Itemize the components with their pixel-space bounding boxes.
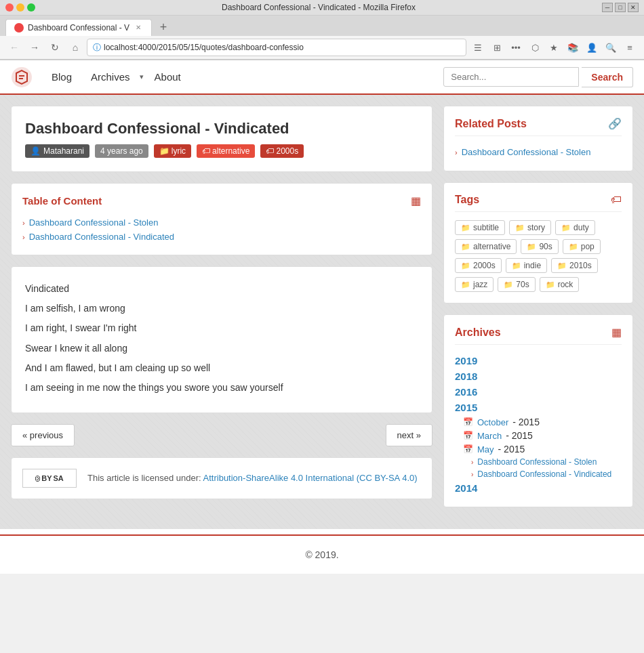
tag-indie[interactable]: 📁indie xyxy=(506,258,547,273)
search-icon[interactable]: 🔍 xyxy=(602,39,620,56)
home-button[interactable]: ⌂ xyxy=(66,39,84,56)
related-item-1: › Dashboard Confessional - Stolen xyxy=(455,144,622,160)
tags-header: Tags 🏷 xyxy=(455,194,622,212)
back-button[interactable]: ← xyxy=(5,39,23,56)
tag-story[interactable]: 📁story xyxy=(509,220,551,235)
related-link-stolen[interactable]: Dashboard Confessional - Stolen xyxy=(462,147,591,157)
archive-year-2019[interactable]: 2019 xyxy=(455,353,622,368)
archive-link-march[interactable]: March xyxy=(477,431,502,441)
post-meta: 👤 Mataharani 4 years ago 📁 lyric 🏷 alter… xyxy=(25,144,418,158)
archive-widget-icon: ▦ xyxy=(611,326,622,339)
maximize-button[interactable] xyxy=(27,3,35,12)
sidebar-icon[interactable]: ⊞ xyxy=(488,39,506,56)
archive-may-suffix: - 2015 xyxy=(498,444,525,455)
minimize-button[interactable] xyxy=(16,3,24,12)
prev-button[interactable]: « previous xyxy=(11,424,75,446)
win-close[interactable]: ✕ xyxy=(628,3,639,12)
nav-search: Search xyxy=(443,67,633,87)
close-button[interactable] xyxy=(5,3,14,12)
tag-2010s[interactable]: 📁2010s xyxy=(551,258,598,273)
archive-link-vindicated[interactable]: Dashboard Confessional - Vindicated xyxy=(477,469,611,479)
archives-chevron-icon: ▾ xyxy=(140,72,144,81)
address-bar-row: ← → ↻ ⌂ ⓘ localhost:4000/2015/05/15/quot… xyxy=(0,36,644,60)
win-minimize[interactable]: ─ xyxy=(602,3,613,12)
tag-2000s[interactable]: 🏷 2000s xyxy=(260,144,304,158)
tab-label: Dashboard Confessional - V xyxy=(28,23,129,33)
toc-link-vindicated[interactable]: Dashboard Confessional - Vindicated xyxy=(29,232,174,242)
lyric-line-2: I am selfish, I am wrong xyxy=(25,300,418,317)
toc-chevron-1: › xyxy=(22,219,25,227)
info-icon: ⓘ xyxy=(93,42,101,54)
link-icon: 🔗 xyxy=(608,117,622,130)
tag-alternative[interactable]: 🏷 alternative xyxy=(197,144,255,158)
archive-year-2018[interactable]: 2018 xyxy=(455,368,622,384)
toc-item-1: › Dashboard Confessional - Stolen xyxy=(22,215,421,230)
search-input[interactable] xyxy=(443,67,579,87)
address-bar[interactable]: ⓘ localhost:4000/2015/05/15/quotes/dashb… xyxy=(87,39,466,56)
folder-icon-jazz: 📁 xyxy=(461,280,470,289)
new-tab-button[interactable]: + xyxy=(155,18,172,36)
search-button[interactable]: Search xyxy=(582,67,633,87)
lyric-line-1: Vindicated xyxy=(25,280,418,297)
archive-year-2014[interactable]: 2014 xyxy=(455,480,622,496)
next-button[interactable]: next » xyxy=(386,424,432,446)
cal-icon-may: 📅 xyxy=(463,444,473,454)
site-logo[interactable] xyxy=(11,66,33,88)
tags-title: Tags xyxy=(455,194,479,206)
tag-rock[interactable]: 📁rock xyxy=(540,277,580,292)
site-footer: © 2019. xyxy=(0,534,644,574)
tag-70s[interactable]: 📁70s xyxy=(498,277,535,292)
archive-link-may[interactable]: May xyxy=(477,444,494,455)
folder-icon-70s: 📁 xyxy=(504,280,513,289)
folder-icon: 📁 xyxy=(159,146,169,156)
bookmark-icon[interactable]: ★ xyxy=(545,39,563,56)
nav-about[interactable]: About xyxy=(146,66,189,88)
related-chevron-1: › xyxy=(455,148,458,156)
footer-text: © 2019. xyxy=(305,549,338,560)
toc-item-2: › Dashboard Confessional - Vindicated xyxy=(22,230,421,244)
tag-alternative-sidebar[interactable]: 📁alternative xyxy=(455,239,517,254)
reader-view-icon[interactable]: ☰ xyxy=(469,39,487,56)
license-link[interactable]: Attribution-ShareAlike 4.0 International… xyxy=(203,473,418,483)
tag-lyric[interactable]: 📁 lyric xyxy=(154,144,191,158)
nav-blog[interactable]: Blog xyxy=(43,66,80,88)
archive-year-2016[interactable]: 2016 xyxy=(455,384,622,400)
sync-icon[interactable]: 👤 xyxy=(583,39,601,56)
archive-link-october[interactable]: October xyxy=(477,417,508,427)
archive-year-2015[interactable]: 2015 xyxy=(455,400,622,415)
tab-close-button[interactable]: ✕ xyxy=(134,23,143,33)
archive-link-stolen[interactable]: Dashboard Confessional - Stolen xyxy=(477,457,597,467)
tag-subtitle[interactable]: 📁subtitle xyxy=(455,220,505,235)
tag-jazz[interactable]: 📁jazz xyxy=(455,277,494,292)
tag-duty[interactable]: 📁duty xyxy=(555,220,595,235)
tag-pop[interactable]: 📁pop xyxy=(563,239,601,254)
archive-october-suffix: - 2015 xyxy=(512,417,540,427)
lyric-line-6: I am seeing in me now the things you swo… xyxy=(25,379,418,396)
user-icon: 👤 xyxy=(31,146,41,156)
win-restore[interactable]: □ xyxy=(615,3,626,12)
logo-svg xyxy=(11,66,33,88)
folder-icon-rock: 📁 xyxy=(546,280,555,289)
post-time: 4 years ago xyxy=(95,144,148,158)
reload-button[interactable]: ↻ xyxy=(46,39,64,56)
tag-90s[interactable]: 📁90s xyxy=(521,239,558,254)
archive-chevron-stolen: › xyxy=(471,459,473,466)
traffic-lights xyxy=(5,3,35,12)
more-options-icon[interactable]: ••• xyxy=(507,39,525,56)
post-author: 👤 Mataharani xyxy=(25,144,89,158)
license-box: 🄯 BY SA This article is licensed under: … xyxy=(11,457,432,499)
library-icon[interactable]: 📚 xyxy=(564,39,582,56)
toc-link-stolen[interactable]: Dashboard Confessional - Stolen xyxy=(29,217,159,228)
nav-items: Blog Archives ▾ About xyxy=(43,66,443,88)
folder-icon-duty: 📁 xyxy=(561,224,571,232)
pocket-icon[interactable]: ⬡ xyxy=(526,39,544,56)
toc-icon: ▦ xyxy=(411,194,421,207)
tag-icon: 🏷 xyxy=(202,146,210,156)
tag-2000s-sidebar[interactable]: 📁2000s xyxy=(455,258,502,273)
active-tab[interactable]: Dashboard Confessional - V ✕ xyxy=(5,19,152,36)
forward-button[interactable]: → xyxy=(26,39,43,56)
menu-icon[interactable]: ≡ xyxy=(621,39,639,56)
archive-month-october: 📅 October - 2015 xyxy=(455,415,622,429)
nav-archives[interactable]: Archives xyxy=(83,66,138,88)
toc-chevron-2: › xyxy=(22,233,25,241)
